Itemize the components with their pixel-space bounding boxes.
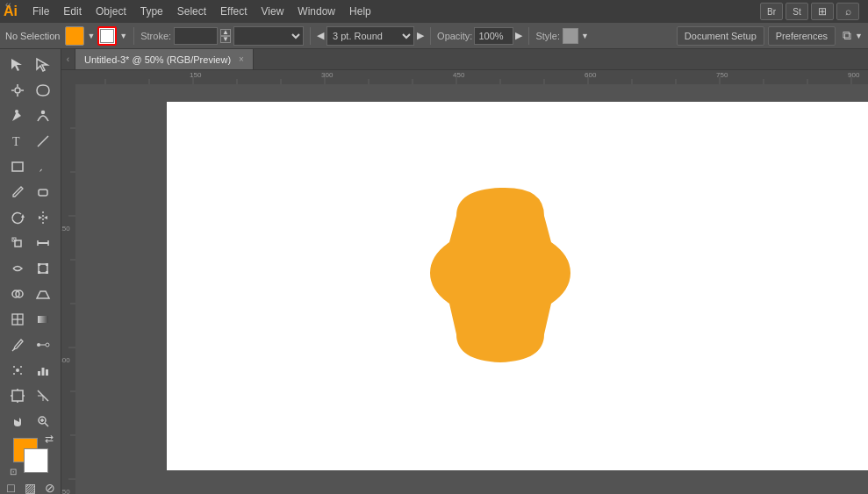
svg-marker-13	[21, 214, 25, 218]
lasso-tool[interactable]	[31, 78, 55, 103]
style-swatch[interactable]	[563, 28, 578, 44]
brush-arrow-right[interactable]: ▶	[417, 30, 424, 41]
paintbrush-tool[interactable]	[31, 154, 55, 179]
stroke-profile-select[interactable]	[233, 26, 304, 46]
menu-help[interactable]: Help	[343, 3, 377, 20]
panel-collapse[interactable]: ‹	[61, 49, 75, 69]
line-segment-tool[interactable]	[31, 129, 55, 154]
shape-builder-tool[interactable]	[5, 282, 30, 306]
stroke-value-input[interactable]	[174, 27, 218, 45]
pen-tool[interactable]	[5, 104, 30, 128]
preferences-button[interactable]: Preferences	[768, 26, 836, 46]
zoom-tool[interactable]	[31, 409, 55, 433]
selection-label: No Selection	[5, 31, 60, 41]
graph-tool[interactable]	[31, 358, 55, 383]
svg-point-42	[13, 373, 15, 375]
scale-tool[interactable]	[5, 231, 30, 255]
svg-text:450: 450	[61, 488, 70, 495]
svg-rect-26	[38, 271, 40, 274]
stroke-arrow[interactable]: ▼	[119, 32, 127, 40]
blend-tool[interactable]	[31, 333, 55, 357]
tool-row-11	[5, 307, 55, 332]
rotate-tool[interactable]	[5, 205, 30, 230]
perspective-tool[interactable]	[31, 282, 55, 306]
free-transform-tool[interactable]	[31, 256, 55, 281]
workspace-icon[interactable]: ⊞	[811, 3, 834, 20]
tab-close-button[interactable]: ×	[239, 54, 244, 64]
stroke-color-swatch[interactable]	[24, 448, 48, 473]
vertical-ruler: 150 300 450	[61, 84, 75, 494]
artboard-tool[interactable]	[5, 383, 30, 408]
canvas-area: ‹ Untitled-3* @ 50% (RGB/Preview) ×	[61, 49, 868, 494]
default-colors-icon[interactable]: ⊡	[10, 467, 17, 476]
brush-arrow-left[interactable]: ◀	[317, 30, 324, 41]
svg-point-6	[15, 88, 20, 93]
options-toolbar: No Selection ▼ ▼ Stroke: ▲ ▼ ◀ 3 pt. Rou…	[0, 23, 868, 49]
menu-bar: Ai File Edit Object Type Select Effect V…	[0, 0, 868, 23]
svg-point-36	[37, 343, 40, 347]
stroke-down[interactable]: ▼	[220, 36, 231, 43]
arrange-arrow[interactable]: ▼	[855, 32, 863, 40]
brush-select[interactable]: 3 pt. Round	[326, 26, 414, 46]
menu-file[interactable]: File	[26, 3, 55, 20]
eyedropper-tool[interactable]	[5, 333, 30, 357]
document-setup-button[interactable]: Document Setup	[677, 26, 764, 46]
menu-window[interactable]: Window	[291, 3, 341, 20]
type-tool[interactable]: T	[5, 129, 30, 154]
search-icon[interactable]: ⌕	[836, 3, 859, 20]
svg-text:300: 300	[61, 356, 70, 364]
main-area: ‹‹ T	[0, 49, 868, 494]
gradient-mode-icon[interactable]: ▨	[23, 480, 39, 494]
fill-arrow[interactable]: ▼	[87, 32, 95, 40]
orange-shape[interactable]	[430, 188, 570, 362]
opacity-arrow[interactable]: ▶	[515, 30, 522, 41]
mesh-tool[interactable]	[5, 307, 30, 332]
hand-tool[interactable]	[5, 409, 30, 433]
opacity-input[interactable]	[474, 27, 513, 45]
stroke-spinner[interactable]: ▲ ▼	[220, 29, 231, 43]
stroke-section: Stroke: ▲ ▼	[140, 26, 304, 46]
direct-selection-tool[interactable]	[31, 53, 55, 77]
gradient-tool[interactable]	[31, 307, 55, 332]
document-tab[interactable]: Untitled-3* @ 50% (RGB/Preview) ×	[75, 49, 254, 69]
style-arrow[interactable]: ▼	[581, 32, 589, 40]
svg-rect-59	[61, 70, 868, 84]
svg-rect-46	[46, 369, 48, 376]
sep3	[430, 27, 431, 45]
bridge-icon[interactable]: Br	[760, 3, 783, 20]
warp-tool[interactable]	[5, 256, 30, 281]
menu-edit[interactable]: Edit	[57, 3, 88, 20]
rectangle-tool[interactable]	[5, 154, 30, 179]
sep2	[310, 27, 311, 45]
none-mode-icon[interactable]: ⊘	[42, 480, 58, 494]
width-tool[interactable]	[31, 231, 55, 255]
tool-row-5	[5, 154, 55, 179]
selection-tool[interactable]	[5, 53, 30, 77]
swatch-mode-icons: □ ▨ ⊘	[4, 480, 58, 494]
style-section: Style: ▼	[535, 28, 588, 44]
swap-colors-icon[interactable]: ⇄	[45, 433, 54, 445]
tab-bar: ‹ Untitled-3* @ 50% (RGB/Preview) ×	[61, 49, 868, 70]
tool-row-6	[5, 180, 55, 204]
fill-swatch[interactable]	[65, 26, 84, 46]
reflect-tool[interactable]	[31, 205, 55, 230]
toolbox: ‹‹ T	[0, 49, 61, 494]
stock-icon[interactable]: St	[786, 3, 808, 20]
arrange-icon[interactable]: ⧉	[843, 28, 851, 43]
tool-row-1	[5, 53, 55, 77]
pencil-tool[interactable]	[5, 180, 30, 204]
color-mode-icon[interactable]: □	[4, 480, 19, 494]
eraser-tool[interactable]	[31, 180, 55, 204]
symbol-tool[interactable]	[5, 358, 30, 383]
menu-type[interactable]: Type	[134, 3, 169, 20]
stroke-swatch[interactable]	[97, 26, 117, 46]
menu-view[interactable]: View	[255, 3, 291, 20]
slice-tool[interactable]	[31, 383, 55, 408]
curvature-tool[interactable]	[31, 104, 55, 128]
magic-wand-tool[interactable]	[5, 78, 30, 103]
svg-point-8	[42, 111, 45, 114]
menu-object[interactable]: Object	[90, 3, 133, 20]
menu-effect[interactable]: Effect	[214, 3, 253, 20]
menu-select[interactable]: Select	[171, 3, 212, 20]
svg-text:450: 450	[453, 71, 465, 79]
